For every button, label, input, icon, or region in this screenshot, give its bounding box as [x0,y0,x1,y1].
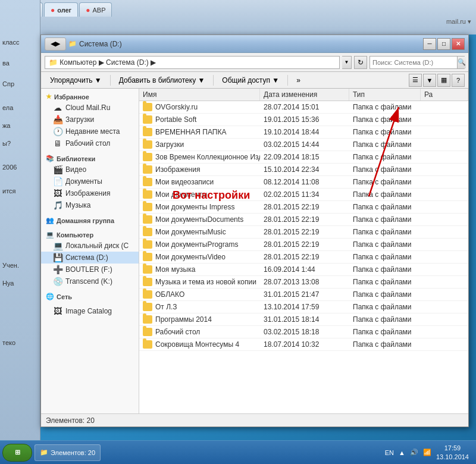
file-size-cell [421,214,468,225]
address-path[interactable]: 📁 Компьютер ▶ Система (D:) ▶ [45,56,340,69]
table-row[interactable]: Загрузки03.02.2015 14:44Папка с файлами [139,139,468,151]
table-row[interactable]: OVGorskiy.ru28.07.2014 15:01Папка с файл… [139,101,468,114]
file-type-cell: Папка с файлами [349,101,421,113]
add-to-library-button[interactable]: Добавить в библиотеку ▼ [114,74,211,87]
start-button[interactable]: ⊞ [2,444,32,462]
close-button[interactable]: ✕ [452,38,465,50]
title-text: Система (D:) [79,40,122,48]
view-dropdown-button[interactable]: ▼ [423,74,436,87]
sidebar-item-documents[interactable]: 📄 Документы [41,175,139,187]
mail-link[interactable]: mail.ru ▾ [446,18,471,26]
file-type-cell: Папка с файлами [349,289,421,300]
table-row[interactable]: Мои документыPrograms28.01.2015 22:19Пап… [139,239,468,251]
sidebar-item-downloads[interactable]: 📥 Загрузки [41,114,139,126]
sidebar-item-local-c[interactable]: 💻 Локальный диск (С [41,240,139,252]
refresh-button[interactable]: ↻ [354,56,367,69]
table-row[interactable]: Музыка и тема из новой копии28.07.2013 1… [139,276,468,289]
left-text-5: жа [2,122,10,129]
folder-icon [143,140,152,149]
table-row[interactable]: Мои видеозаписи08.12.2014 11:08Папка с ф… [139,176,468,189]
search-icon[interactable]: 🔍 [457,57,466,68]
table-row[interactable]: Мои документы02.02.2015 11:34Папка с фай… [139,189,468,201]
homegroup-section: 👥 Домашняя группа [41,215,139,225]
sidebar-item-system-d[interactable]: 💾 Система (D:) [41,252,139,264]
title-bar: ◀▶ 📁 Система (D:) ─ □ ✕ [41,35,468,53]
sidebar-item-recent[interactable]: 🕐 Недавние места [41,126,139,137]
folder-icon-title: 📁 [68,40,77,48]
browser-tab-3[interactable]: ● ABP [79,2,112,17]
table-row[interactable]: Рабочий стол03.02.2015 18:18Папка с файл… [139,326,468,338]
file-size-cell [421,239,468,250]
file-size-cell [421,264,468,275]
file-size-cell [421,276,468,288]
address-text: 📁 Компьютер ▶ Система (D:) ▶ [49,58,156,67]
table-row[interactable]: Зов Времен Коллекционное Издание22.09.20… [139,151,468,164]
toolbar-separator-3 [287,75,288,86]
table-row[interactable]: Portable Soft19.01.2015 15:36Папка с фай… [139,114,468,126]
file-date-cell: 31.01.2015 21:47 [260,289,349,300]
share-button[interactable]: Общий доступ ▼ [217,74,284,87]
table-row[interactable]: ОБЛАКО31.01.2015 21:47Папка с файлами [139,289,468,301]
sidebar-item-video[interactable]: 🎬 Видео [41,164,139,175]
table-row[interactable]: Сокровища Монтесумы 418.07.2014 10:32Пап… [139,338,468,351]
network-title: 🌐 Сеть [41,291,139,302]
file-size-cell [421,101,468,113]
sidebar-item-boutler-f[interactable]: ➕ BOUTLER (F:) [41,264,139,275]
minimize-button[interactable]: ─ [423,38,436,50]
table-row[interactable]: ВРЕМЕННАЯ ПАПКА19.10.2014 18:44Папка с ф… [139,126,468,139]
table-row[interactable]: Моя музыка16.09.2014 1:44Папка с файлами [139,264,468,276]
left-text-1: класс [2,39,19,46]
file-name-cell: Сокровища Монтесумы 4 [139,338,260,350]
sidebar-item-image-catalog[interactable]: 🖼 Image Catalog [41,305,139,317]
table-row[interactable]: Мои документыDocuments28.01.2015 22:19Па… [139,214,468,226]
table-row[interactable]: Мои документыMusic28.01.2015 22:19Папка … [139,226,468,239]
browser-tabs: ● экс.д... ● олег ● ABP [0,0,476,17]
sidebar-item-desktop[interactable]: 🖥 Рабочий стол [41,137,139,149]
sidebar-item-cloud[interactable]: ☁ Cloud Mail.Ru [41,102,139,114]
file-type-cell: Папка с файлами [349,189,421,200]
view-pane-button[interactable]: ▦ [437,74,450,87]
video-icon: 🎬 [53,165,62,174]
file-size-cell [421,251,468,263]
col-type[interactable]: Тип [349,89,421,101]
status-bar: Элементов: 20 [41,413,468,427]
file-type-cell: Папка с файлами [349,251,421,263]
more-button[interactable]: » [291,74,306,87]
favorites-title: ★ Избранное [41,91,139,102]
back-button[interactable]: ◀▶ [45,37,66,51]
documents-icon: 📄 [53,177,62,186]
table-row[interactable]: Мои документы Impress28.01.2015 22:19Пап… [139,201,468,214]
left-text-2: ва [2,59,10,67]
address-dropdown[interactable]: ▼ [342,56,352,69]
file-name-cell: ОБЛАКО [139,289,260,300]
sidebar-item-music[interactable]: 🎵 Музыка [41,199,139,211]
file-name-cell: ВРЕМЕННАЯ ПАПКА [139,126,260,138]
table-row[interactable]: Программы 201431.01.2015 18:14Папка с фа… [139,313,468,326]
browser-tab-2[interactable]: ● олег [44,2,78,17]
search-input[interactable] [370,59,457,66]
folder-icon [143,103,152,111]
taskbar-explorer-item[interactable]: 📁 Элементов: 20 [35,444,101,461]
file-name-cell: Мои документыVideo [139,251,260,263]
table-row[interactable]: Мои документыVideo28.01.2015 22:19Папка … [139,251,468,264]
view-list-button[interactable]: ☰ [409,74,422,87]
libraries-section: 📚 Библиотеки 🎬 Видео 📄 Документы 🖼 Изобр… [41,153,139,211]
folder-icon [143,153,152,161]
folder-icon [143,240,152,249]
col-size[interactable]: Ра [421,89,468,101]
organize-button[interactable]: Упорядочить ▼ [45,74,107,87]
table-row[interactable]: Изображения15.10.2014 22:34Папка с файла… [139,164,468,176]
library-icon: 📚 [46,155,54,162]
file-type-cell: Папка с файлами [349,126,421,138]
file-name-cell: Рабочий стол [139,326,260,338]
sidebar-item-transcend-k[interactable]: 💿 Transcend (K:) [41,275,139,287]
maximize-button[interactable]: □ [437,38,450,50]
file-size-cell [421,313,468,325]
left-text-7: 2006 [2,164,17,171]
help-button[interactable]: ? [452,74,465,87]
col-name[interactable]: Имя [139,89,260,101]
col-date[interactable]: Дата изменения [260,89,349,101]
file-size-cell [421,338,468,350]
table-row[interactable]: От Л.З13.10.2014 17:59Папка с файлами [139,301,468,313]
sidebar-item-images[interactable]: 🖼 Изображения [41,187,139,199]
